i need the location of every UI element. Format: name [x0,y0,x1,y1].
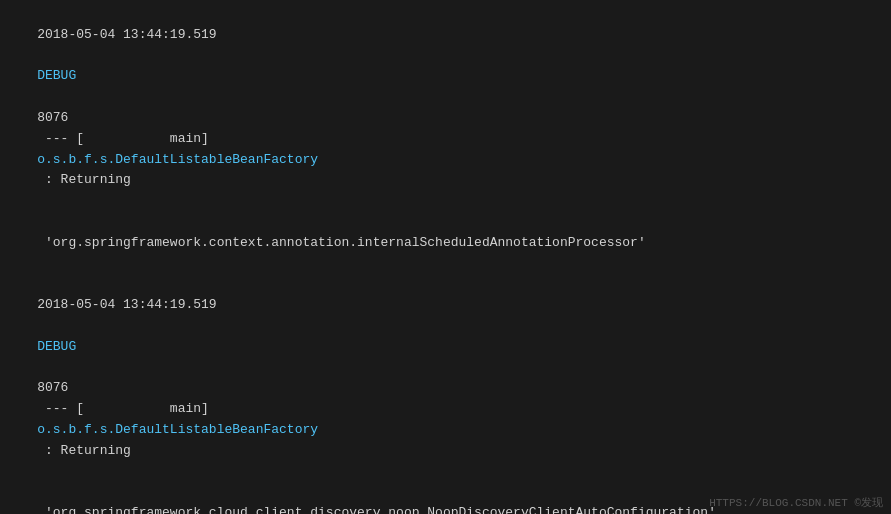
terminal: 2018-05-04 13:44:19.519 DEBUG 8076 --- [… [0,0,891,514]
log-line-2: 2018-05-04 13:44:19.519 DEBUG 8076 --- [… [0,274,891,482]
level-1: DEBUG [37,68,76,83]
message-2: : Returning [37,443,131,458]
logger-2: o.s.b.f.s.DefaultListableBeanFactory [37,422,349,437]
pid-2: 8076 [37,380,68,395]
timestamp-2: 2018-05-04 13:44:19.519 [37,297,216,312]
watermark: HTTPS://BLOG.CSDN.NET ©发现 [709,495,883,510]
pid-1: 8076 [37,110,68,125]
timestamp-1: 2018-05-04 13:44:19.519 [37,27,216,42]
message-1: : Returning [37,172,131,187]
level-2: DEBUG [37,339,76,354]
log-continuation-1: 'org.springframework.context.annotation.… [0,212,891,274]
log-line-1: 2018-05-04 13:44:19.519 DEBUG 8076 --- [… [0,4,891,212]
class-2: 'org.springframework.cloud.client.discov… [37,505,716,514]
class-1: 'org.springframework.context.annotation.… [37,235,646,250]
logger-1: o.s.b.f.s.DefaultListableBeanFactory [37,152,349,167]
